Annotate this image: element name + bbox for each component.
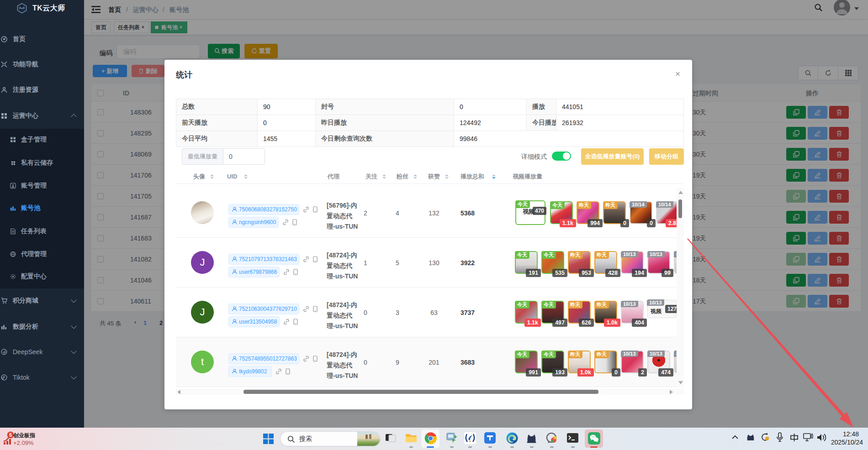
svg-text:5: 5	[9, 432, 12, 438]
